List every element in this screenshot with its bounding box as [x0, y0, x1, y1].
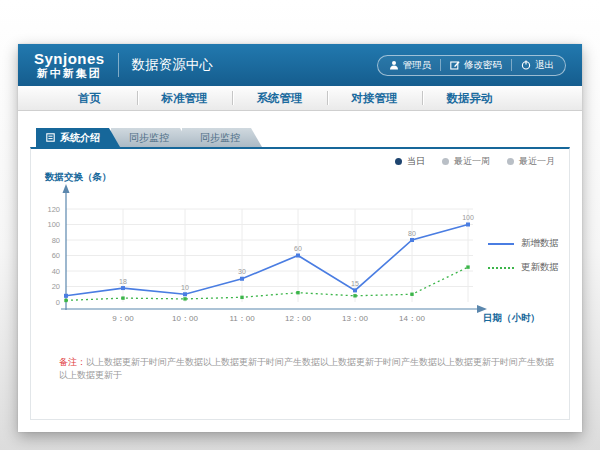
change-password-button[interactable]: 修改密码: [450, 59, 502, 72]
filter-label: 最近一周: [454, 155, 490, 168]
tab-label: 同步监控: [200, 132, 240, 143]
nav-item-system[interactable]: 系统管理: [232, 86, 327, 110]
svg-text:数据交换（条）: 数据交换（条）: [44, 171, 112, 183]
svg-text:14：00: 14：00: [399, 314, 425, 323]
svg-text:40: 40: [52, 267, 60, 276]
svg-text:12：00: 12：00: [285, 314, 311, 323]
tab-label: 系统介绍: [60, 128, 100, 147]
legend-item-new-data[interactable]: 新增数据: [488, 237, 559, 250]
filter-today[interactable]: 当日: [395, 155, 425, 168]
header-divider: [118, 53, 119, 77]
footnote: 备注：以上数据更新于时间产生数据以上数据更新于时间产生数据以上数据更新于时间产生…: [59, 356, 555, 381]
time-range-filters: 当日 最近一周 最近一月: [395, 155, 555, 168]
svg-text:日期（小时）: 日期（小时）: [483, 312, 540, 324]
radio-icon: [395, 158, 402, 165]
footnote-label: 备注：: [59, 357, 86, 367]
filter-label: 最近一月: [519, 155, 555, 168]
legend-line-sample-dotted: [488, 267, 514, 269]
tab-system-intro[interactable]: 系统介绍: [36, 128, 120, 147]
current-user-button[interactable]: 管理员: [389, 59, 432, 72]
svg-text:10：00: 10：00: [172, 314, 198, 323]
svg-text:100: 100: [47, 220, 60, 229]
edit-icon: [450, 60, 460, 70]
user-toolbar: 管理员 修改密码 退出: [377, 55, 567, 76]
pill-separator: [440, 59, 441, 71]
legend-label: 更新数据: [521, 261, 559, 274]
svg-text:15: 15: [351, 280, 359, 287]
legend-item-updated-data[interactable]: 更新数据: [488, 261, 559, 274]
logout-label: 退出: [535, 59, 554, 72]
nav-item-home[interactable]: 首页: [42, 86, 137, 110]
main-content: 系统介绍 同步监控 同步监控 当日 最近一周: [18, 111, 582, 420]
tab-bar: 系统介绍 同步监控 同步监控: [36, 128, 570, 147]
filter-label: 当日: [407, 155, 425, 168]
tab-label: 同步监控: [129, 132, 169, 143]
radio-icon: [442, 158, 449, 165]
svg-text:11：00: 11：00: [229, 314, 255, 323]
svg-text:30: 30: [238, 268, 246, 275]
pill-separator: [511, 59, 512, 71]
svg-text:18: 18: [119, 278, 127, 285]
chart-panel: 当日 最近一周 最近一月 0204060801001209：0010：0011：…: [30, 147, 570, 420]
current-user-label: 管理员: [403, 59, 432, 72]
user-icon: [389, 60, 399, 70]
svg-text:100: 100: [462, 214, 474, 221]
filter-last-week[interactable]: 最近一周: [442, 155, 490, 168]
svg-text:0: 0: [56, 298, 60, 307]
svg-text:13：00: 13：00: [342, 314, 368, 323]
svg-text:120: 120: [47, 205, 60, 214]
nav-item-data-changes[interactable]: 数据异动: [422, 86, 517, 110]
svg-text:60: 60: [52, 251, 60, 260]
svg-text:20: 20: [52, 282, 60, 291]
logo-text-cn: 新中新集团: [34, 68, 105, 79]
nav-item-integration[interactable]: 对接管理: [327, 86, 422, 110]
footnote-text: 以上数据更新于时间产生数据以上数据更新于时间产生数据以上数据更新于时间产生数据以…: [59, 357, 554, 380]
chart-legend: 新增数据 更新数据: [488, 237, 559, 274]
app-window: Synjones 新中新集团 数据资源中心 管理员 修改密码: [18, 44, 582, 432]
logo-text-en: Synjones: [34, 51, 105, 66]
tab-sync-monitor-2[interactable]: 同步监控: [182, 128, 262, 147]
legend-label: 新增数据: [521, 237, 559, 250]
filter-last-month[interactable]: 最近一月: [507, 155, 555, 168]
radio-icon: [507, 158, 514, 165]
document-icon: [46, 133, 55, 142]
svg-text:10: 10: [181, 284, 189, 291]
change-password-label: 修改密码: [464, 59, 502, 72]
tab-sync-monitor-1[interactable]: 同步监控: [111, 128, 191, 147]
svg-text:80: 80: [52, 236, 60, 245]
company-logo: Synjones 新中新集团: [34, 51, 105, 79]
svg-text:9：00: 9：00: [112, 314, 134, 323]
svg-text:60: 60: [294, 245, 302, 252]
power-icon: [521, 60, 531, 70]
nav-item-standards[interactable]: 标准管理: [137, 86, 232, 110]
legend-line-sample-solid: [488, 243, 514, 245]
app-header: Synjones 新中新集团 数据资源中心 管理员 修改密码: [18, 44, 582, 86]
svg-text:80: 80: [408, 230, 416, 237]
page-title: 数据资源中心: [132, 56, 213, 74]
logout-button[interactable]: 退出: [521, 59, 554, 72]
main-nav: 首页 标准管理 系统管理 对接管理 数据异动: [18, 86, 582, 111]
